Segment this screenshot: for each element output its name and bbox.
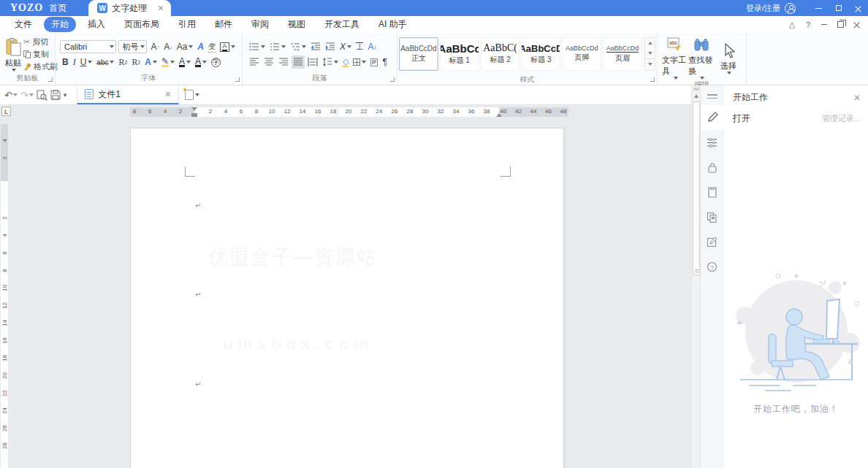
shading-button[interactable]: ◇: [341, 55, 350, 69]
font-family-select[interactable]: Calibri: [60, 40, 116, 53]
open-link[interactable]: 打开: [733, 112, 750, 125]
menu-item-2[interactable]: 插入: [80, 17, 113, 32]
clipboard-dialog-launcher[interactable]: [48, 77, 53, 82]
style-item-0[interactable]: AaBbCcDd正文: [399, 37, 438, 71]
select-button[interactable]: 选择: [715, 42, 742, 74]
paste-button[interactable]: 粘贴: [4, 38, 22, 72]
shrink-font-button[interactable]: A↓: [162, 40, 174, 53]
style-item-3[interactable]: AaBbCcD标题 3: [521, 37, 560, 71]
style-scroll-down[interactable]: [645, 48, 655, 58]
vertical-ruler[interactable]: 42246810121416182022242628: [0, 118, 9, 468]
paragraph-layout-button[interactable]: [369, 55, 379, 69]
collapse-ribbon-icon[interactable]: △: [786, 19, 798, 31]
align-right-button[interactable]: [277, 55, 290, 69]
character-border-button[interactable]: A: [218, 40, 237, 53]
font-size-select[interactable]: 初号: [118, 40, 147, 53]
pane-settings-tab[interactable]: [701, 130, 724, 155]
menu-item-7[interactable]: 视图: [281, 17, 313, 32]
doc-close-icon[interactable]: [850, 19, 862, 31]
style-scroll-up[interactable]: [645, 38, 655, 48]
subscript-button[interactable]: R2: [117, 55, 129, 69]
redo-button[interactable]: ↷: [20, 90, 34, 101]
menu-item-9[interactable]: AI 助手: [371, 17, 414, 32]
increase-indent-button[interactable]: [324, 40, 337, 53]
pane-edit-tab[interactable]: [701, 105, 724, 130]
underline-button[interactable]: U: [79, 55, 94, 69]
text-tool-button[interactable]: abc 文字工具: [662, 36, 688, 80]
print-preview-button[interactable]: [37, 90, 47, 101]
font-dialog-launcher[interactable]: [235, 77, 240, 82]
vertical-scrollbar[interactable]: [691, 85, 700, 468]
styles-dialog-launcher[interactable]: [650, 77, 655, 82]
style-item-1[interactable]: AaBbCc标题 1: [440, 37, 479, 71]
text-effects-button[interactable]: A: [143, 55, 159, 69]
style-item-4[interactable]: AaBbCcDd页脚: [562, 37, 601, 71]
show-marks-button[interactable]: ¶: [381, 55, 388, 69]
change-case-button[interactable]: Aa: [175, 40, 195, 53]
document-app-tab[interactable]: W 文字处理 ✕: [88, 0, 171, 16]
scrollbar-thumb[interactable]: [693, 101, 700, 275]
paragraph-dialog-launcher[interactable]: [390, 77, 395, 82]
pane-copies-tab[interactable]: [701, 204, 724, 229]
borders-button[interactable]: [351, 55, 368, 69]
pane-close-icon[interactable]: ✕: [853, 93, 861, 103]
decrease-indent-button[interactable]: [309, 40, 322, 53]
bold-button[interactable]: B: [61, 55, 70, 69]
hanging-indent-marker[interactable]: [191, 113, 197, 117]
tab-stop-selector[interactable]: L: [1, 107, 11, 116]
pane-protect-tab[interactable]: [701, 155, 724, 180]
close-app-tab-icon[interactable]: ✕: [157, 4, 164, 13]
asian-layout-button[interactable]: X: [338, 40, 353, 53]
multilevel-list-button[interactable]: [289, 40, 308, 53]
style-gallery-more[interactable]: [645, 58, 655, 69]
align-left-button[interactable]: [248, 55, 261, 69]
grow-font-button[interactable]: A↑: [150, 40, 161, 53]
menu-item-1[interactable]: 开始: [44, 17, 76, 32]
maximize-button[interactable]: [829, 0, 848, 16]
first-line-indent-marker[interactable]: [191, 107, 197, 111]
manage-records-link[interactable]: 管理记录...: [822, 113, 861, 124]
pane-compose-tab[interactable]: [701, 229, 724, 254]
line-spacing-button[interactable]: [321, 55, 340, 69]
superscript-button[interactable]: R2: [130, 55, 142, 69]
align-to-grid-button[interactable]: ⊥: [354, 40, 365, 53]
pane-menu-icon[interactable]: [707, 92, 717, 101]
distribute-button[interactable]: [306, 55, 319, 69]
doc-restore-icon[interactable]: [834, 19, 846, 31]
menu-item-0[interactable]: 文件: [7, 17, 39, 32]
justify-button[interactable]: [292, 55, 305, 69]
copy-button[interactable]: 复制: [23, 49, 58, 60]
bullet-list-button[interactable]: [248, 40, 267, 53]
strikethrough-button[interactable]: abc: [95, 55, 115, 69]
scrollbar-split-button[interactable]: [693, 88, 699, 91]
menu-item-6[interactable]: 审阅: [244, 17, 276, 32]
pane-notebook-tab[interactable]: [701, 180, 724, 204]
login-link[interactable]: 登录/注册: [746, 3, 780, 14]
cut-button[interactable]: ✂剪切: [23, 37, 58, 47]
sort-button[interactable]: A↓: [366, 40, 378, 53]
style-item-5[interactable]: AaBbCcDd页眉: [603, 37, 642, 71]
home-tab[interactable]: 首页: [49, 2, 66, 15]
align-center-button[interactable]: [262, 55, 275, 69]
close-button[interactable]: [848, 0, 868, 16]
text-effects-pen-icon[interactable]: A: [196, 40, 205, 53]
numbered-list-button[interactable]: [268, 40, 287, 53]
find-replace-button[interactable]: 查找替换: [688, 36, 715, 80]
format-painter-button[interactable]: 格式刷: [23, 61, 58, 72]
document-tab[interactable]: 文件1 ✕: [77, 85, 179, 104]
menu-item-8[interactable]: 开发工具: [317, 17, 367, 32]
phonetic-guide-button[interactable]: 变: [207, 40, 217, 53]
scroll-up-icon[interactable]: [694, 94, 698, 98]
highlight-color-button[interactable]: ✎: [160, 55, 176, 69]
help-icon[interactable]: ?: [802, 19, 814, 31]
account-icon[interactable]: [785, 3, 796, 14]
doc-minimize-icon[interactable]: [818, 19, 830, 31]
save-button[interactable]: [50, 90, 61, 100]
undo-button[interactable]: ↶: [4, 90, 18, 101]
document-page[interactable]: ↵ ↵ ↵ 优盟盒子—资源站 umsbox.com: [130, 128, 564, 468]
minimize-button[interactable]: [809, 0, 829, 16]
font-color-button[interactable]: A: [178, 55, 192, 69]
italic-button[interactable]: I: [72, 55, 77, 69]
menu-item-5[interactable]: 邮件: [208, 17, 240, 32]
enclose-characters-button[interactable]: 字: [210, 55, 222, 69]
